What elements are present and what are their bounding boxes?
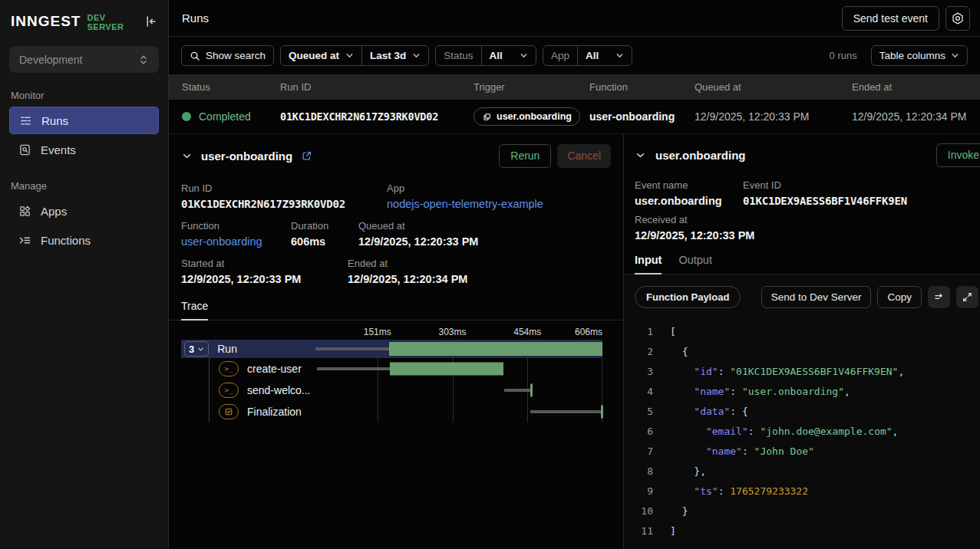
event-id-value: 01KC1DEX9AESS6BF1V46FFK9EN [743, 195, 907, 207]
column-header-queued-at: Queued at [695, 81, 852, 93]
send-to-dev-server-button[interactable]: Send to Dev Server [761, 286, 872, 308]
trace-row-create-user[interactable]: >_ create-user [181, 358, 602, 380]
status-filter-label: Status [436, 46, 480, 65]
table-row[interactable]: Completed 01KC1DEXCHR2N617Z93RK0VD02 use… [169, 100, 980, 134]
cancel-button[interactable]: Cancel [557, 144, 611, 168]
event-trigger-icon [482, 112, 492, 122]
child-count-badge[interactable]: 3 [184, 341, 209, 357]
queue-wait-line [504, 389, 530, 392]
sidebar-item-functions[interactable]: Functions [9, 226, 159, 254]
queued-at-label: Queued at [358, 220, 478, 232]
topbar: Runs Send test event [169, 0, 980, 37]
sidebar-item-label: Apps [41, 205, 67, 218]
app-filter-dropdown[interactable]: All [577, 46, 632, 65]
inngest-logo: INNGEST [11, 13, 81, 30]
step-duration-bar [530, 384, 533, 397]
trace-row-send-welcome[interactable]: >_ send-welco... [181, 380, 602, 401]
environment-selector[interactable]: Development [9, 46, 159, 73]
trigger-pill[interactable]: user.onboarding [474, 107, 580, 126]
app-link[interactable]: nodejs-open-telemetry-example [387, 198, 543, 210]
queued-at-value: 12/9/2025, 12:20:33 PM [358, 235, 478, 248]
step-run-icon: >_ [219, 361, 239, 376]
cancel-label: Cancel [567, 150, 601, 162]
time-filter-group: Queued at Last 3d [280, 45, 429, 66]
run-id-cell: 01KC1DEXCHR2N617Z93RK0VD02 [280, 110, 474, 123]
function-cell: user-onboarding [589, 110, 695, 123]
sidebar-item-apps[interactable]: Apps [9, 197, 159, 225]
status-filter-value: All [490, 50, 503, 61]
code-line: 6 "email": "john.doe@example.com", [624, 421, 980, 441]
column-header-run-id: Run ID [280, 81, 474, 93]
collapse-sidebar-icon [144, 15, 157, 28]
sidebar-item-label: Events [41, 143, 76, 156]
show-search-label: Show search [206, 50, 266, 61]
status-filter-dropdown[interactable]: All [481, 46, 536, 65]
invoke-button[interactable]: Invoke [936, 143, 980, 167]
code-line: 2 { [624, 341, 980, 361]
sidebar: INNGEST DEV SERVER Development Monitor [0, 0, 169, 549]
queued-at-label: Queued at [289, 50, 339, 61]
time-range-dropdown[interactable]: Last 3d [361, 46, 428, 65]
column-header-function: Function [589, 81, 695, 93]
received-at-value: 12/9/2025, 12:20:33 PM [635, 229, 754, 242]
function-payload-button[interactable]: Function Payload [635, 286, 741, 308]
chevron-down-icon [615, 51, 624, 60]
runs-table-header: Status Run ID Trigger Function Queued at… [169, 74, 980, 100]
column-header-trigger: Trigger [474, 81, 589, 93]
detail-area: user-onboarding Rerun Cancel [169, 134, 980, 549]
collapse-sidebar-button[interactable] [144, 15, 157, 28]
dev-server-badge: DEV SERVER [87, 13, 144, 31]
code-line: 11] [624, 521, 980, 541]
runs-icon [19, 114, 32, 127]
status-filter-group: Status All [435, 45, 536, 66]
external-link-icon[interactable] [301, 150, 312, 162]
table-columns-dropdown[interactable]: Table columns [871, 45, 968, 66]
code-line: 8 }, [624, 461, 980, 481]
tab-output[interactable]: Output [678, 254, 712, 274]
event-panel-tabs: Input Output [624, 254, 980, 274]
code-block[interactable]: 1[2 {3 "id": "01KC1DEX9AESS6BF1V46FFK9EN… [624, 321, 980, 541]
trace-span-name: create-user [247, 363, 302, 375]
run-duration-bar [389, 342, 602, 356]
ended-at-value: 12/9/2025, 12:20:34 PM [348, 273, 467, 285]
tab-input[interactable]: Input [635, 254, 662, 274]
settings-button[interactable] [945, 6, 970, 31]
chevron-down-icon [412, 51, 421, 60]
send-to-dev-server-label: Send to Dev Server [771, 291, 862, 303]
trace-row-finalization[interactable]: Finalization [181, 401, 602, 422]
code-line: 1[ [624, 321, 980, 341]
run-status: Completed [199, 110, 251, 123]
rerun-label: Rerun [510, 150, 539, 162]
run-detail-panel: user-onboarding Rerun Cancel [169, 134, 624, 549]
started-at-label: Started at [181, 258, 348, 269]
step-duration-bar [390, 363, 503, 376]
show-search-button[interactable]: Show search [181, 45, 274, 66]
sidebar-item-runs[interactable]: Runs [9, 107, 159, 134]
trace-span-name: send-welco... [247, 384, 310, 396]
gear-icon [951, 12, 965, 25]
app-label: App [387, 182, 543, 194]
tab-trace[interactable]: Trace [181, 300, 208, 321]
collapse-event-panel-button[interactable] [635, 150, 646, 161]
app-root: INNGEST DEV SERVER Development Monitor [0, 0, 980, 549]
queued-at-dropdown[interactable]: Queued at [281, 46, 361, 65]
collapse-run-panel-button[interactable] [181, 150, 193, 162]
code-line: 5 "data": { [624, 401, 980, 421]
run-id-label: Run ID [181, 182, 387, 194]
trace-span-name: Finalization [247, 406, 302, 418]
expand-button[interactable] [956, 286, 978, 308]
event-name-value: user.onboarding [635, 195, 743, 207]
search-icon [190, 51, 200, 61]
rerun-button[interactable]: Rerun [499, 144, 551, 168]
main-area: Runs Send test event Show searc [169, 0, 980, 549]
sidebar-item-events[interactable]: Events [9, 136, 159, 163]
event-name-label: Event name [635, 179, 743, 191]
trace-row-run[interactable]: 3 Run [181, 340, 602, 358]
send-test-event-button[interactable]: Send test event [842, 6, 939, 31]
trace-span-name: Run [217, 343, 237, 355]
function-link[interactable]: user-onboarding [181, 235, 291, 248]
copy-button[interactable]: Copy [877, 286, 922, 308]
chevron-down-icon [197, 346, 204, 353]
code-line: 3 "id": "01KC1DEX9AESS6BF1V46FFK9EN", [624, 361, 980, 381]
word-wrap-button[interactable] [928, 286, 950, 308]
